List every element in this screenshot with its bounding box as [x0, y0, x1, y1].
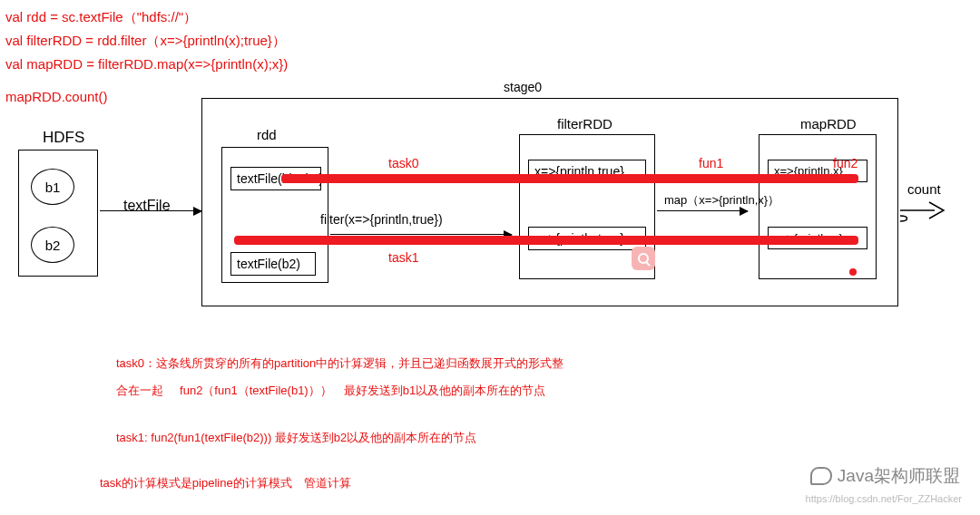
maprdd-box	[759, 134, 877, 279]
count-arrow-icon	[900, 199, 955, 229]
watermark: Java架构师联盟	[810, 464, 960, 488]
watermark-url: https://blog.csdn.net/For_ZZHacker	[806, 493, 962, 504]
note-task0-line1: task0：这条线所贯穿的所有的partition中的计算逻辑，并且已递归函数展…	[116, 356, 564, 370]
anno-fun1: fun1	[699, 156, 723, 170]
code-line-1: val rdd = sc.textFile（"hdfs://"）	[5, 5, 288, 29]
anno-task1: task1	[388, 250, 418, 265]
textfile-op-label: textFile	[123, 198, 171, 214]
code-block: val rdd = sc.textFile（"hdfs://"） val fil…	[5, 5, 288, 109]
note-task1: task1: fun2(fun1(textFile(b2))) 最好发送到b2以…	[116, 431, 476, 444]
rdd-part-1: textFile(b2)	[230, 252, 316, 276]
stage-label: stage0	[504, 80, 542, 94]
hdfs-block-b2: b2	[31, 227, 74, 263]
task1-bar	[234, 236, 858, 245]
note-task0-line2b: fun2（fun1（textFile(b1)）） 最好发送到b1以及他的副本所在…	[180, 384, 545, 397]
hdfs-title: HDFS	[43, 129, 84, 147]
red-dot	[849, 268, 857, 276]
arrow-rdd-to-filter	[330, 234, 512, 235]
note-task0-line2a: 合在一起	[116, 384, 163, 397]
notes-block: task0：这条线所贯穿的所有的partition中的计算逻辑，并且已递归函数展…	[116, 352, 564, 499]
rdd-title: rdd	[257, 127, 277, 142]
watermark-text: Java架构师联盟	[838, 464, 960, 488]
wechat-icon	[810, 467, 832, 485]
hdfs-block-b1: b1	[31, 169, 74, 205]
search-icon	[632, 247, 655, 270]
arrow-filter-to-map	[657, 210, 748, 211]
anno-fun2: fun2	[833, 156, 858, 170]
filterrdd-title: filterRDD	[557, 116, 612, 131]
count-op-label: count	[907, 181, 941, 197]
maprdd-title: mapRDD	[800, 116, 857, 131]
arrow-hdfs-to-stage	[100, 210, 201, 211]
anno-task0: task0	[388, 156, 418, 170]
note-pipeline: task的计算模式是pipeline的计算模式 管道计算	[100, 476, 351, 490]
code-line-2: val filterRDD = rdd.filter（x=>{println(x…	[5, 29, 288, 53]
code-line-3: val mapRDD = filterRDD.map(x=>{println(x…	[5, 53, 288, 76]
task0-bar	[281, 174, 858, 183]
filter-op-label: filter(x=>{println,true})	[320, 212, 443, 227]
